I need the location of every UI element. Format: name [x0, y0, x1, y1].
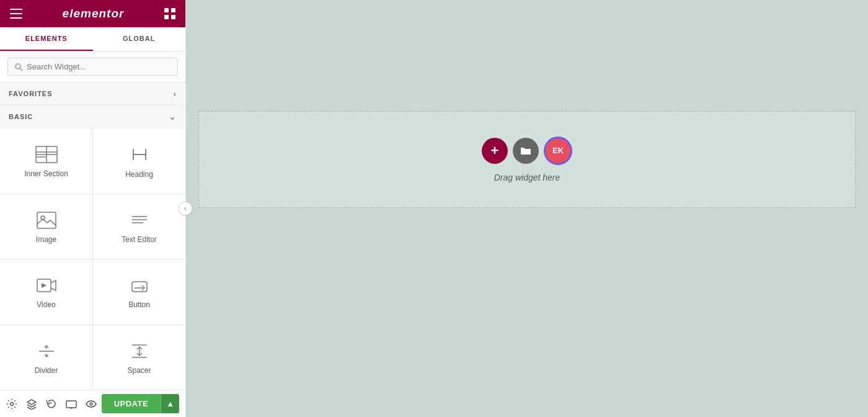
widget-button-label: Button	[128, 300, 150, 309]
add-widget-button[interactable]: +	[482, 138, 508, 164]
layers-icon[interactable]	[26, 398, 37, 410]
svg-rect-1	[10, 13, 22, 14]
favorites-chevron-icon: ›	[173, 89, 177, 99]
svg-marker-23	[42, 283, 46, 288]
svg-rect-4	[171, 8, 175, 12]
svg-rect-17	[37, 212, 56, 228]
bottom-bar: UPDATE ▲	[0, 390, 185, 417]
text-editor-icon	[130, 212, 149, 229]
svg-rect-3	[164, 8, 169, 12]
settings-icon[interactable]	[6, 398, 17, 410]
canvas-content: + EK Drag widget here	[186, 0, 868, 417]
svg-rect-33	[66, 401, 76, 408]
update-button[interactable]: UPDATE	[102, 394, 161, 413]
widget-divider[interactable]: Divider	[0, 325, 92, 390]
folder-button[interactable]	[513, 138, 539, 164]
canvas-drop-zone[interactable]: + EK Drag widget here	[198, 111, 856, 208]
hamburger-icon[interactable]	[10, 9, 22, 19]
widget-image-label: Image	[36, 235, 56, 244]
button-icon	[130, 277, 149, 294]
canvas-action-buttons: + EK	[482, 137, 572, 165]
collapse-handle[interactable]: ‹	[179, 202, 192, 215]
widget-video-label: Video	[37, 300, 55, 309]
widget-text-editor[interactable]: Text Editor	[93, 194, 185, 259]
svg-point-7	[16, 64, 20, 69]
elementor-logo: elementor	[63, 7, 125, 20]
svg-line-8	[20, 68, 23, 71]
widget-spacer[interactable]: Spacer	[93, 325, 185, 390]
svg-rect-0	[10, 9, 22, 10]
widget-image[interactable]: Image	[0, 194, 92, 259]
svg-point-36	[90, 403, 92, 405]
widget-button[interactable]: Button	[93, 259, 185, 325]
sidebar-tabs: ELEMENTS GLOBAL	[0, 27, 185, 52]
svg-rect-5	[164, 15, 169, 19]
svg-rect-2	[10, 17, 22, 19]
widget-grid: Inner Section Heading	[0, 128, 185, 390]
svg-rect-6	[171, 15, 175, 19]
responsive-icon[interactable]	[66, 398, 77, 410]
widget-heading-label: Heading	[125, 170, 153, 179]
svg-point-32	[11, 402, 14, 405]
search-box	[0, 52, 185, 83]
divider-icon	[37, 343, 56, 360]
inner-section-icon	[35, 146, 58, 163]
basic-section-header[interactable]: BASIC ⌄	[0, 105, 185, 128]
grid-icon[interactable]	[164, 8, 175, 19]
widget-divider-label: Divider	[35, 366, 58, 375]
widget-heading[interactable]: Heading	[93, 128, 185, 194]
search-input-wrapper	[7, 58, 178, 76]
sidebar: elementor ELEMENTS GLOBAL	[0, 0, 186, 417]
search-input[interactable]	[27, 62, 171, 71]
widget-inner-section-label: Inner Section	[24, 169, 68, 178]
sidebar-header: elementor	[0, 0, 185, 27]
widget-text-editor-label: Text Editor	[122, 235, 157, 244]
drag-hint: Drag widget here	[494, 173, 560, 182]
basic-label: BASIC	[9, 113, 33, 120]
widget-video[interactable]: Video	[0, 259, 92, 325]
favorites-section-header[interactable]: FAVORITES ›	[0, 83, 185, 105]
search-icon	[14, 63, 23, 71]
widget-spacer-label: Spacer	[127, 366, 151, 375]
tab-global[interactable]: GLOBAL	[93, 27, 186, 51]
spacer-icon	[130, 343, 149, 360]
video-icon	[37, 277, 56, 294]
canvas-area: + EK Drag widget here	[186, 0, 868, 417]
basic-chevron-icon: ⌄	[169, 112, 177, 122]
eye-icon[interactable]	[86, 398, 97, 410]
ek-button[interactable]: EK	[544, 137, 572, 165]
bottom-left-icons	[6, 398, 97, 410]
update-button-group: UPDATE ▲	[102, 394, 179, 413]
image-icon	[37, 212, 56, 229]
update-arrow-button[interactable]: ▲	[161, 394, 179, 413]
widget-inner-section[interactable]: Inner Section	[0, 128, 92, 194]
history-icon[interactable]	[46, 398, 57, 410]
heading-icon	[130, 145, 149, 164]
favorites-label: FAVORITES	[9, 90, 53, 97]
tab-elements[interactable]: ELEMENTS	[0, 27, 93, 51]
svg-rect-24	[132, 282, 147, 292]
